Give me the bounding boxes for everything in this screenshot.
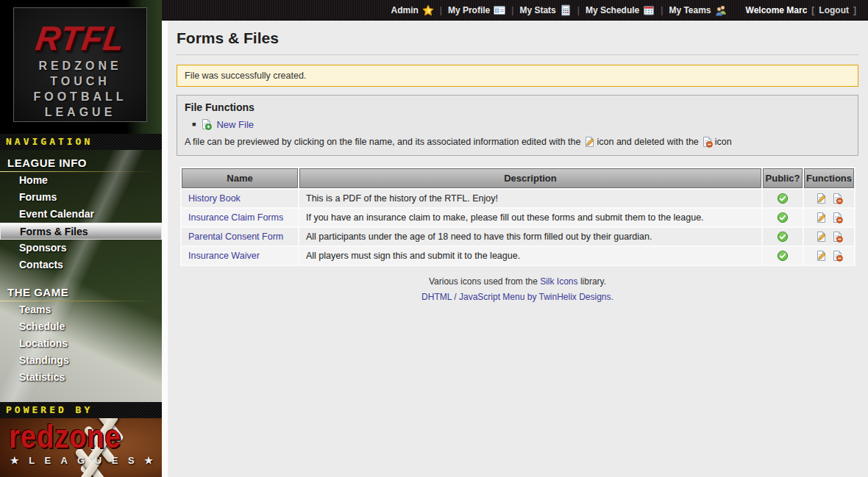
topbar-item-label: My Profile — [448, 5, 490, 15]
menu-credit: DHTML / JavaScript Menu by TwinHelix Des… — [177, 292, 858, 302]
icons-credit: Various icons used from the Silk Icons l… — [177, 276, 858, 287]
public-check-icon — [777, 193, 789, 204]
logo-line: REDZONE — [14, 58, 146, 73]
sidebar-item-forums[interactable]: Forums — [0, 189, 162, 206]
new-file-link[interactable]: New File — [216, 119, 254, 130]
redzone-leagues-sub: ★ L E A G U E S ★ — [10, 455, 157, 466]
group-icon — [715, 4, 727, 16]
bracket: ] — [853, 5, 856, 15]
logo-acronym: RTFL — [11, 18, 149, 58]
sidebar-item-standings[interactable]: Standings — [0, 352, 162, 369]
public-check-icon — [777, 250, 789, 262]
page-delete-icon[interactable] — [831, 212, 843, 223]
powered-by-marquee: POWERED BY — [0, 402, 162, 418]
sidebar-item-event-calendar[interactable]: Event Calendar — [0, 206, 162, 223]
navigation-marquee: NAVIGATION — [0, 134, 162, 150]
league-logo-zone: RTFL REDZONE TOUCH FOOTBALL LEAGUE — [0, 0, 162, 134]
public-check-icon — [777, 212, 789, 223]
calendar-icon — [643, 4, 655, 16]
topbar-user-area: Welcome Marc [ Logout ] — [746, 5, 861, 15]
file-description: All participants under the age of 18 nee… — [299, 228, 761, 245]
topbar-separator: | — [577, 5, 580, 15]
page-delete-icon[interactable] — [831, 231, 843, 243]
help-text: icon and deleted with the — [597, 137, 699, 147]
app-root: RTFL REDZONE TOUCH FOOTBALL LEAGUE NAVIG… — [0, 0, 868, 477]
topbar-item-my-stats[interactable]: My Stats — [519, 4, 571, 16]
sidebar-item-home[interactable]: Home — [0, 172, 162, 189]
column-header-name: Name — [182, 168, 298, 188]
topbar-item-my-teams[interactable]: My Teams — [669, 4, 726, 16]
topbar-item-my-schedule[interactable]: My Schedule — [586, 4, 655, 16]
credit-text: Various icons used from the — [429, 276, 538, 287]
topbar-item-my-profile[interactable]: My Profile — [448, 4, 505, 16]
logo-line: LEAGUE — [14, 104, 146, 120]
table-row: Insurance Claim Forms If you have an ins… — [182, 209, 854, 226]
sidebar-item-sponsors[interactable]: Sponsors — [0, 240, 162, 257]
help-text: icon — [715, 137, 732, 147]
sidebar-item-forms-files[interactable]: Forms & Files — [0, 223, 162, 240]
topbar-item-label: Admin — [391, 5, 418, 15]
new-file-row: ■ New File — [192, 118, 850, 130]
file-description: All players must sign this and submit it… — [299, 247, 761, 265]
topbar-item-admin[interactable]: Admin — [391, 4, 433, 16]
topbar-separator: | — [661, 5, 663, 15]
star-icon — [422, 4, 434, 16]
topbar-separator: | — [511, 5, 513, 15]
column-header-functions: Functions — [804, 168, 854, 188]
logo-line: TOUCH — [14, 73, 146, 89]
page-delete-icon — [701, 136, 713, 148]
section-title-league-info: LEAGUE INFO — [0, 150, 162, 169]
football-photo: redzone ★ L E A G U E S ★ — [0, 418, 162, 477]
content-gutter — [162, 21, 168, 477]
table-row: History Book This is a PDF of the histor… — [182, 190, 854, 207]
silk-icons-link[interactable]: Silk Icons — [540, 276, 577, 287]
league-logo: RTFL REDZONE TOUCH FOOTBALL LEAGUE — [13, 7, 147, 122]
section-title-the-game: THE GAME — [0, 279, 162, 298]
topbar-item-label: My Stats — [519, 5, 555, 15]
file-functions-help: A file can be previewed by clicking on t… — [185, 136, 850, 148]
table-row: Insurance Waiver All players must sign t… — [182, 247, 854, 265]
redzone-leagues-logo[interactable]: redzone — [9, 419, 121, 455]
bracket: [ — [811, 5, 814, 15]
sidebar-item-locations[interactable]: Locations — [0, 335, 162, 352]
topbar-item-label: My Schedule — [586, 5, 639, 15]
sidebar-item-teams[interactable]: Teams — [0, 301, 162, 318]
file-description: If you have an insurance claim to make, … — [299, 209, 761, 226]
file-name-link[interactable]: Insurance Waiver — [188, 251, 260, 261]
page-title: Forms & Files — [177, 28, 858, 55]
column-header-public: Public? — [763, 168, 803, 188]
public-check-icon — [777, 231, 789, 243]
logout-link[interactable]: Logout — [819, 5, 849, 15]
file-name-link[interactable]: Insurance Claim Forms — [188, 212, 283, 223]
page-delete-icon[interactable] — [831, 193, 843, 204]
table-row: Parental Consent Form All participants u… — [182, 228, 854, 245]
sidebar-item-statistics[interactable]: Statistics — [0, 369, 162, 386]
page-edit-icon[interactable] — [815, 231, 827, 243]
page-edit-icon[interactable] — [815, 250, 827, 262]
file-name-link[interactable]: History Book — [188, 193, 241, 204]
page-add-icon[interactable] — [200, 118, 212, 130]
success-notice: File was successfully created. — [177, 65, 858, 87]
help-text: A file can be previewed by clicking on t… — [185, 137, 581, 147]
topbar-item-label: My Teams — [669, 5, 711, 15]
page-edit-icon — [583, 136, 595, 148]
page-edit-icon[interactable] — [815, 193, 827, 204]
sidebar-item-contacts[interactable]: Contacts — [0, 257, 162, 273]
file-description: This is a PDF of the history of the RTFL… — [299, 190, 761, 207]
sidebar-menu: LEAGUE INFO Home Forums Event Calendar F… — [0, 150, 162, 402]
twinhelix-link[interactable]: DHTML / JavaScript Menu by TwinHelix Des… — [421, 292, 613, 302]
credit-text: library. — [580, 276, 606, 287]
topbar-separator: | — [440, 5, 442, 15]
topbar: Admin | My Profile | My Stats | My Sched… — [162, 0, 868, 21]
page-delete-icon[interactable] — [831, 250, 843, 262]
sidebar: RTFL REDZONE TOUCH FOOTBALL LEAGUE NAVIG… — [0, 0, 162, 477]
files-table: Name Description Public? Functions Histo… — [180, 167, 855, 266]
page-edit-icon[interactable] — [815, 212, 827, 223]
file-functions-panel: File Functions ■ New File A file can be … — [177, 95, 858, 156]
welcome-text: Welcome Marc — [746, 5, 808, 15]
table-header-row: Name Description Public? Functions — [182, 168, 854, 188]
sidebar-item-schedule[interactable]: Schedule — [0, 318, 162, 335]
file-name-link[interactable]: Parental Consent Form — [188, 232, 283, 242]
column-header-description: Description — [299, 168, 761, 188]
topbar-nav: Admin | My Profile | My Stats | My Sched… — [391, 4, 726, 16]
